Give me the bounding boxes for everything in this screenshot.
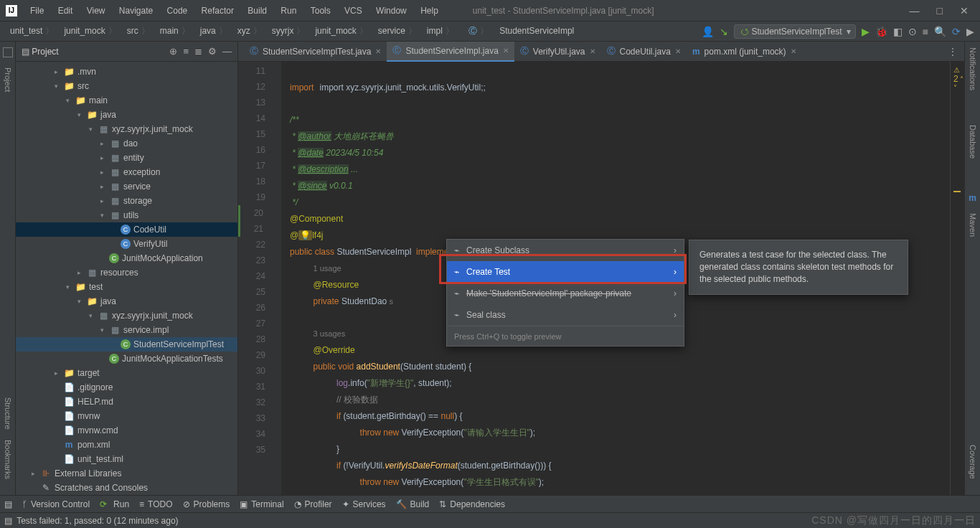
crumb[interactable]: Ⓒ StudentServiceImpl: [460, 25, 588, 37]
editor-tab[interactable]: mpom.xml (junit_mock)✕: [687, 42, 802, 62]
menu-help[interactable]: Help: [420, 6, 438, 16]
close-tab-icon[interactable]: ✕: [675, 47, 681, 55]
tool-window-icon[interactable]: ▤: [4, 499, 12, 509]
rail-coverage[interactable]: Coverage: [969, 445, 977, 479]
tree-item[interactable]: ▸📁target: [16, 366, 237, 380]
editor-tab[interactable]: ⒸCodeUtil.java✕: [601, 42, 687, 62]
tree-item[interactable]: CJunitMockApplicationTests: [16, 352, 237, 366]
rail-notifications[interactable]: Notifications: [969, 47, 977, 90]
crumb[interactable]: unit_test: [6, 25, 58, 37]
tree-item[interactable]: ▾📁java: [16, 294, 237, 308]
menu-file[interactable]: File: [30, 6, 44, 16]
tree-item[interactable]: 📄.gitignore: [16, 380, 237, 395]
tree-item[interactable]: CVerifyUtil: [16, 237, 237, 251]
profile-button[interactable]: ⊙: [908, 26, 917, 37]
menu-edit[interactable]: Edit: [58, 6, 73, 16]
tree-item[interactable]: 📄HELP.md: [16, 395, 237, 409]
tree-item[interactable]: 📄unit_test.iml: [16, 452, 237, 466]
overview-ruler[interactable]: ⚠ 2 ˄ ˅: [950, 62, 964, 495]
tree-item[interactable]: CCodeUtil: [16, 222, 237, 237]
bt-services[interactable]: ✦ Services: [342, 499, 386, 509]
project-tool-icon[interactable]: [3, 47, 13, 57]
crumb[interactable]: src: [123, 25, 154, 37]
menu-vcs[interactable]: VCS: [344, 6, 362, 16]
menu-make-package-private[interactable]: ⌁Make 'StudentServiceImpl' package-priva…: [447, 283, 684, 304]
tree-item[interactable]: ▸▦resources: [16, 265, 237, 280]
expand-all-icon[interactable]: ≡: [183, 46, 189, 57]
close-tab-icon[interactable]: ✕: [503, 47, 509, 55]
run-config-selector[interactable]: ⭯ StudentServiceImplTest: [734, 24, 855, 39]
debug-button[interactable]: 🐞: [875, 26, 887, 37]
tree-item[interactable]: CJunitMockApplication: [16, 251, 237, 265]
search-icon[interactable]: 🔍: [934, 26, 946, 37]
tree-item[interactable]: mpom.xml: [16, 438, 237, 452]
rail-structure[interactable]: Structure: [4, 397, 12, 430]
tree-item[interactable]: CStudentServiceImplTest: [16, 337, 237, 352]
tree-item[interactable]: ✎Scratches and Consoles: [16, 481, 237, 495]
tree-item[interactable]: ▸▦storage: [16, 194, 237, 208]
menu-code[interactable]: Code: [167, 6, 188, 16]
settings-icon[interactable]: ⚙: [208, 46, 217, 57]
bt-terminal[interactable]: ▣ Terminal: [240, 499, 283, 509]
menu-window[interactable]: Window: [376, 6, 407, 16]
close-button[interactable]: ✕: [960, 5, 969, 16]
crumb[interactable]: java: [196, 25, 232, 37]
menu-navigate[interactable]: Navigate: [119, 6, 153, 16]
tree-item[interactable]: ▸⊪External Libraries: [16, 466, 237, 481]
crumb[interactable]: junit_mock: [311, 25, 372, 37]
bt-dependencies[interactable]: ⇅ Dependencies: [439, 499, 505, 509]
editor-tab[interactable]: ⒸVerifyUtil.java✕: [514, 42, 601, 62]
tree-item[interactable]: 📄mvnw: [16, 409, 237, 423]
crumb[interactable]: service: [374, 25, 421, 37]
menu-refactor[interactable]: Refactor: [202, 6, 234, 16]
close-tab-icon[interactable]: ✕: [590, 47, 595, 55]
run-button[interactable]: ▶: [862, 26, 870, 37]
rail-database[interactable]: Database: [969, 125, 977, 159]
menu-tools[interactable]: Tools: [311, 6, 331, 16]
editor-tab[interactable]: ⒸStudentServiceImpl.java✕: [387, 42, 514, 62]
crumb[interactable]: xyz: [233, 25, 266, 37]
close-tab-icon[interactable]: ✕: [791, 47, 796, 55]
menu-run[interactable]: Run: [281, 6, 296, 16]
bt-problems[interactable]: ⊘ Problems: [183, 499, 230, 509]
tree-item[interactable]: ▸▦service: [16, 179, 237, 194]
tree-item[interactable]: ▸▦entity: [16, 151, 237, 165]
tree-item[interactable]: ▾📁java: [16, 108, 237, 122]
tree-item[interactable]: ▾▦xyz.syyrjx.junit_mock: [16, 308, 237, 323]
bt-build[interactable]: 🔨 Build: [396, 499, 430, 509]
maximize-button[interactable]: □: [937, 5, 943, 16]
project-tree[interactable]: ▸📁.mvn▾📁src▾📁main▾📁java▾▦xyz.syyrjx.juni…: [16, 62, 237, 495]
crumb[interactable]: impl: [423, 25, 458, 37]
stop-button[interactable]: ■: [923, 26, 928, 37]
bt-todo[interactable]: ≡ TODO: [139, 499, 172, 509]
bt-profiler[interactable]: ◔ Profiler: [294, 499, 332, 509]
rail-maven[interactable]: Maven: [969, 213, 977, 237]
tree-item[interactable]: ▸📁.mvn: [16, 65, 237, 79]
menu-seal-class[interactable]: ⌁Seal class›: [447, 304, 684, 326]
gutter-icons[interactable]: [270, 62, 281, 495]
tree-item[interactable]: ▾📁src: [16, 79, 237, 93]
bt-run[interactable]: Run: [100, 499, 129, 509]
tree-item[interactable]: ▾▦service.impl: [16, 323, 237, 337]
menu-create-subclass[interactable]: ⌁Create Subclass›: [447, 240, 684, 261]
tree-item[interactable]: ▸▦exception: [16, 165, 237, 179]
warnings-indicator[interactable]: ⚠ 2 ˄ ˅: [953, 66, 964, 92]
select-opened-icon[interactable]: ⊕: [169, 46, 177, 57]
update-icon[interactable]: ⟳: [952, 26, 961, 37]
coverage-button[interactable]: ◧: [893, 26, 903, 37]
menu-build[interactable]: Build: [248, 6, 267, 16]
minimize-button[interactable]: —: [910, 5, 920, 16]
collapse-all-icon[interactable]: ≣: [194, 46, 202, 57]
tree-item[interactable]: ▾▦utils: [16, 208, 237, 222]
crumb[interactable]: junit_mock: [60, 25, 121, 37]
ide-actions-icon[interactable]: ▶: [966, 26, 974, 37]
rail-bookmarks[interactable]: Bookmarks: [4, 440, 12, 479]
menu-view[interactable]: View: [87, 6, 105, 16]
build-hammer-icon[interactable]: ↘: [720, 26, 728, 37]
editor-tab[interactable]: ⒸStudentServiceImplTest.java✕: [244, 42, 387, 62]
user-icon[interactable]: 👤: [702, 26, 714, 37]
tree-item[interactable]: 📄mvnw.cmd: [16, 423, 237, 438]
tree-item[interactable]: ▾▦xyz.syyrjx.junit_mock: [16, 122, 237, 136]
tree-item[interactable]: ▾📁test: [16, 280, 237, 294]
gutter[interactable]: 1112131415161718192021222324252627282930…: [238, 62, 270, 495]
